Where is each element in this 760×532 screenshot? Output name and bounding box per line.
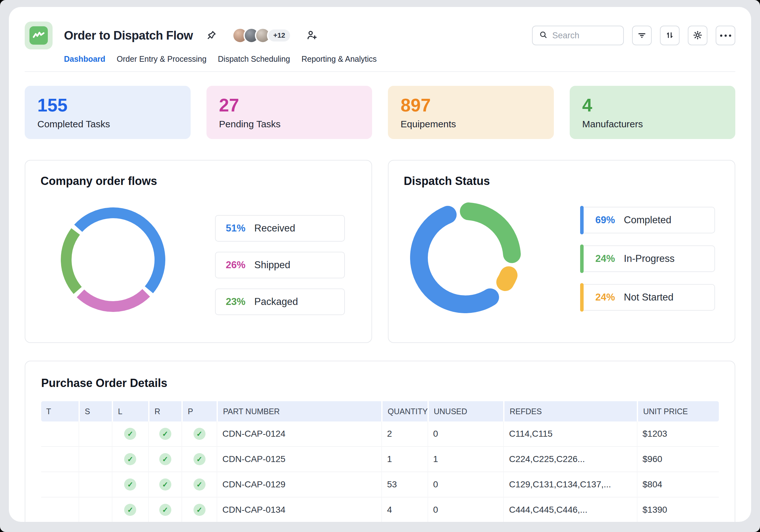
unused: 0 [428,421,503,447]
settings-button[interactable] [688,25,707,45]
tab-order-entry-processing[interactable]: Order Entry & Processing [117,55,207,64]
purchase-order-details-card: Purchase Order Details T S L R P PART NU… [25,361,735,522]
app-header: Order to Dispatch Flow +12 [25,22,735,72]
filter-icon [637,30,647,41]
table-row: ✓ ✓ ✓ CDN-CAP-0134 4 0 C444,C445,C446,..… [41,498,719,522]
chart-row: Company order flows 51% Received 26% Shi… [25,160,735,343]
tab-dispatch-scheduling[interactable]: Dispatch Scheduling [218,55,290,64]
table-row: ✓ ✓ ✓ CDN-CAP-0125 1 1 C224,C225,C226...… [41,447,719,472]
legend-label: Not Started [624,292,674,303]
check-icon: ✓ [124,504,136,516]
check-icon: ✓ [194,504,206,516]
dispatch-status-card: Dispatch Status 69% Completed 24% [388,160,735,343]
col-unused: UNUSED [428,401,503,421]
dispatch-status-legend: 69% Completed 24% In-Progress 24% Not St… [581,207,715,313]
legend-item-received: 51% Received [215,215,345,242]
company-order-flows-card: Company order flows 51% Received 26% Shi… [25,160,372,343]
col-t: T [41,401,78,421]
col-refdes: REFDES [503,401,637,421]
legend-item-in-progress: 24% In-Progress [581,245,715,272]
col-s: S [78,401,112,421]
legend-label: Completed [624,215,671,226]
stat-cards: 155 Completed Tasks 27 Pending Tasks 897… [25,86,735,139]
col-unit-price: UNIT PRICE [637,401,719,421]
stat-label: Completed Tasks [37,119,178,129]
col-part-number: PART NUMBER [216,401,381,421]
check-icon: ✓ [194,453,206,465]
activity-chart-icon [29,26,48,45]
part-number: CDN-CAP-0129 [216,472,381,498]
check-icon: ✓ [194,478,206,491]
purchase-order-table: T S L R P PART NUMBER QUANTITY UNUSED RE… [41,401,719,522]
legend-label: Shipped [254,259,290,271]
pin-button[interactable] [206,30,217,41]
ellipsis-icon [720,34,731,37]
search-icon [539,30,548,40]
app-window: Order to Dispatch Flow +12 [9,7,751,522]
legend-label: Received [254,222,295,234]
quantity: 2 [381,421,428,447]
check-icon: ✓ [159,478,171,491]
legend-percent: 24% [595,292,615,303]
search-input[interactable] [552,31,617,40]
col-r: R [148,401,181,421]
page-title: Order to Dispatch Flow [64,29,193,42]
stat-pending-tasks: 27 Pending Tasks [207,86,372,139]
legend-percent: 69% [595,215,615,226]
check-icon: ✓ [159,453,171,465]
card-title: Dispatch Status [404,174,720,188]
stat-label: Equipements [401,119,541,129]
unused: 0 [428,498,503,522]
legend-percent: 24% [595,253,615,265]
more-options-button[interactable] [716,25,735,45]
check-icon: ✓ [124,453,136,465]
table-row: ✓ ✓ ✓ CDN-CAP-0129 53 0 C129,C131,C134,C… [41,472,719,498]
stat-value: 4 [582,95,723,116]
collaborator-avatars[interactable]: +12 [232,27,291,43]
legend-percent: 51% [226,222,245,234]
legend-accent-bar [580,283,584,312]
pin-icon [206,30,217,41]
tab-dashboard[interactable]: Dashboard [64,55,106,64]
table-row: ✓ ✓ ✓ CDN-CAP-0124 2 0 C114,C115 $1203 [41,421,719,447]
col-p: P [181,401,216,421]
refdes: C444,C445,C446,... [503,498,637,522]
check-icon: ✓ [194,428,206,440]
unused: 1 [428,447,503,472]
order-flows-donut-chart [61,208,165,312]
card-title: Company order flows [40,174,356,188]
sort-icon [665,30,675,41]
sort-button[interactable] [660,25,680,45]
order-flows-legend: 51% Received 26% Shipped 23% Packaged [215,215,345,315]
search-box [532,25,624,45]
add-user-button[interactable] [306,29,317,42]
stat-value: 155 [37,95,178,116]
check-icon: ✓ [124,478,136,491]
legend-item-completed: 69% Completed [581,207,715,233]
col-quantity: QUANTITY [381,401,428,421]
stat-manufacturers: 4 Manufacturers [570,86,736,139]
legend-accent-bar [580,206,584,234]
stat-value: 897 [401,95,541,116]
filter-button[interactable] [632,25,652,45]
unit-price: $1390 [637,498,719,522]
legend-percent: 26% [226,259,245,271]
avatar-overflow-count[interactable]: +12 [267,28,291,43]
unit-price: $1203 [637,421,719,447]
dispatch-status-donut-chart [410,202,521,313]
legend-label: In-Progress [624,253,675,265]
tab-reporting-analytics[interactable]: Reporting & Analytics [302,55,377,64]
quantity: 1 [381,447,428,472]
unit-price: $804 [637,472,719,498]
nav-tabs: Dashboard Order Entry & Processing Dispa… [64,55,735,64]
legend-percent: 23% [226,296,245,308]
legend-item-not-started: 24% Not Started [581,284,715,311]
stat-label: Pending Tasks [219,119,360,129]
table-header-row: T S L R P PART NUMBER QUANTITY UNUSED RE… [41,401,719,421]
quantity: 53 [381,472,428,498]
part-number: CDN-CAP-0124 [216,421,381,447]
stat-value: 27 [219,95,360,116]
app-logo [25,22,53,49]
unit-price: $960 [637,447,719,472]
stat-equipements: 897 Equipements [388,86,554,139]
